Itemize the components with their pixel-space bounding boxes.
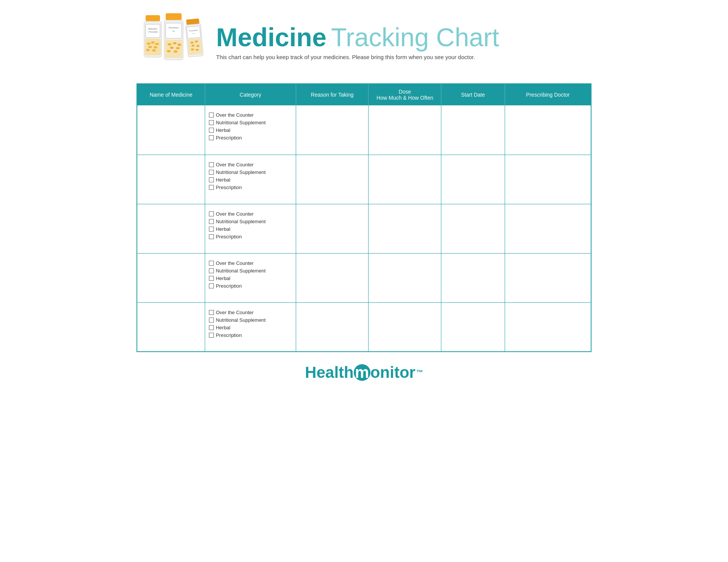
cell-start-date[interactable] — [441, 302, 505, 352]
table-header: Name of Medicine Category Reason for Tak… — [137, 84, 591, 105]
category-option-label: Over the Counter — [216, 310, 254, 315]
svg-text:No.: No. — [193, 33, 195, 35]
cell-medicine-name[interactable] — [137, 253, 205, 302]
category-option[interactable]: Over the Counter — [209, 112, 292, 118]
svg-point-6 — [147, 42, 151, 45]
category-option-label: Nutritional Supplement — [216, 120, 266, 125]
cell-prescribing-doctor[interactable] — [505, 105, 591, 155]
category-option[interactable]: Prescription — [209, 332, 292, 338]
category-option[interactable]: Nutritional Supplement — [209, 169, 292, 175]
checkbox-icon[interactable] — [209, 261, 214, 266]
col-header-category: Category — [205, 84, 296, 105]
logo-trademark: ™ — [416, 369, 423, 377]
checkbox-icon[interactable] — [209, 283, 214, 288]
checkbox-icon[interactable] — [209, 185, 214, 190]
table-row: Over the CounterNutritional SupplementHe… — [137, 204, 591, 253]
category-option[interactable]: Over the Counter — [209, 162, 292, 168]
category-option[interactable]: Herbal — [209, 325, 292, 330]
checkbox-icon[interactable] — [209, 227, 214, 232]
category-option-label: Nutritional Supplement — [216, 219, 266, 224]
svg-point-23 — [176, 47, 180, 49]
category-option-label: Prescription — [216, 283, 242, 289]
category-option[interactable]: Over the Counter — [209, 260, 292, 266]
cell-medicine-name[interactable] — [137, 105, 205, 155]
cell-prescribing-doctor[interactable] — [505, 155, 591, 204]
category-option-label: Herbal — [216, 226, 230, 232]
svg-point-11 — [146, 49, 150, 51]
category-options-list: Over the CounterNutritional SupplementHe… — [209, 111, 292, 141]
cell-prescribing-doctor[interactable] — [505, 204, 591, 253]
cell-medicine-name[interactable] — [137, 155, 205, 204]
category-option-label: Nutritional Supplement — [216, 169, 266, 175]
cell-reason[interactable] — [296, 204, 369, 253]
svg-text:□ Prescription: □ Prescription — [147, 31, 158, 33]
cell-start-date[interactable] — [441, 105, 505, 155]
checkbox-icon[interactable] — [209, 333, 214, 338]
category-option[interactable]: Prescription — [209, 185, 292, 190]
checkbox-icon[interactable] — [209, 128, 214, 133]
checkbox-icon[interactable] — [209, 113, 214, 117]
pill-bottles-illustration: Medication □ Prescription — [136, 11, 209, 72]
category-option-label: Over the Counter — [216, 260, 254, 266]
category-option-label: Herbal — [216, 177, 230, 183]
checkbox-icon[interactable] — [209, 135, 214, 140]
category-option-label: Prescription — [216, 185, 242, 190]
svg-point-24 — [167, 50, 171, 52]
table-row: Over the CounterNutritional SupplementHe… — [137, 253, 591, 302]
category-option[interactable]: Herbal — [209, 177, 292, 183]
checkbox-icon[interactable] — [209, 170, 214, 175]
checkbox-icon[interactable] — [209, 162, 214, 167]
title-line: Medicine Tracking Chart — [216, 23, 499, 52]
cell-start-date[interactable] — [441, 253, 505, 302]
cell-reason[interactable] — [296, 302, 369, 352]
category-option[interactable]: Nutritional Supplement — [209, 219, 292, 224]
cell-medicine-name[interactable] — [137, 204, 205, 253]
checkbox-icon[interactable] — [209, 177, 214, 182]
svg-point-21 — [177, 44, 181, 46]
cell-dose[interactable] — [369, 105, 441, 155]
category-option[interactable]: Herbal — [209, 276, 292, 281]
svg-point-12 — [152, 49, 156, 52]
checkbox-icon[interactable] — [209, 120, 214, 125]
category-option-label: Over the Counter — [216, 211, 254, 217]
category-option[interactable]: Nutritional Supplement — [209, 317, 292, 323]
cell-dose[interactable] — [369, 302, 441, 352]
checkbox-icon[interactable] — [209, 211, 214, 216]
category-option[interactable]: Herbal — [209, 127, 292, 133]
col-header-dose: DoseHow Much & How Often — [369, 84, 441, 105]
cell-prescribing-doctor[interactable] — [505, 302, 591, 352]
checkbox-icon[interactable] — [209, 325, 214, 330]
svg-text:Medication: Medication — [148, 28, 157, 30]
cell-reason[interactable] — [296, 155, 369, 204]
category-option[interactable]: Prescription — [209, 234, 292, 240]
cell-reason[interactable] — [296, 105, 369, 155]
cell-start-date[interactable] — [441, 204, 505, 253]
checkbox-icon[interactable] — [209, 276, 214, 281]
title-tracking-chart: Tracking Chart — [331, 23, 499, 52]
cell-dose[interactable] — [369, 155, 441, 204]
page-wrapper: Medication □ Prescription — [136, 11, 592, 382]
svg-rect-31 — [187, 38, 202, 55]
category-option[interactable]: Nutritional Supplement — [209, 120, 292, 125]
checkbox-icon[interactable] — [209, 219, 214, 224]
cell-dose[interactable] — [369, 204, 441, 253]
cell-category: Over the CounterNutritional SupplementHe… — [205, 105, 296, 155]
col-header-name: Name of Medicine — [137, 84, 205, 105]
category-option[interactable]: Prescription — [209, 283, 292, 289]
checkbox-icon[interactable] — [209, 310, 214, 315]
category-option[interactable]: Over the Counter — [209, 211, 292, 217]
category-option[interactable]: Over the Counter — [209, 310, 292, 315]
cell-dose[interactable] — [369, 253, 441, 302]
checkbox-icon[interactable] — [209, 268, 214, 273]
table-row: Over the CounterNutritional SupplementHe… — [137, 302, 591, 352]
cell-reason[interactable] — [296, 253, 369, 302]
cell-prescribing-doctor[interactable] — [505, 253, 591, 302]
checkbox-icon[interactable] — [209, 318, 214, 322]
cell-start-date[interactable] — [441, 155, 505, 204]
checkbox-icon[interactable] — [209, 234, 214, 239]
cell-medicine-name[interactable] — [137, 302, 205, 352]
category-option[interactable]: Nutritional Supplement — [209, 268, 292, 274]
category-option[interactable]: Herbal — [209, 226, 292, 232]
category-options-list: Over the CounterNutritional SupplementHe… — [209, 160, 292, 190]
category-option[interactable]: Prescription — [209, 135, 292, 141]
